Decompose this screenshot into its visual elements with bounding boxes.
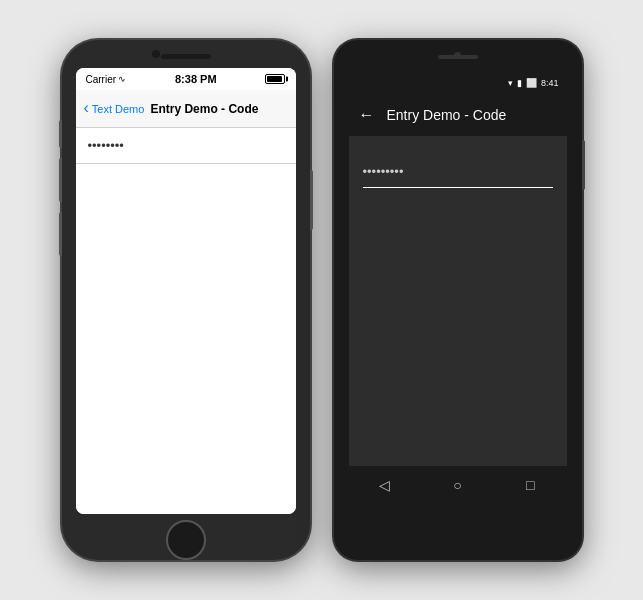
devices-container: Carrier ∿ 8:38 PM ‹ Text Demo Entry Demo… (42, 20, 602, 580)
android-signal-icon: ▮ (517, 78, 522, 88)
android-toolbar-title: Entry Demo - Code (387, 107, 507, 123)
ios-back-button[interactable]: ‹ Text Demo (84, 101, 145, 116)
android-recents-nav-icon: □ (526, 477, 534, 493)
ios-battery-container (265, 74, 285, 84)
android-phone: ▾ ▮ ⬜ 8:41 ← Entry Demo - Code ••••••••• (334, 40, 582, 560)
android-content: ••••••••• (349, 136, 567, 466)
ios-back-label: Text Demo (92, 103, 145, 115)
android-screen: ▾ ▮ ⬜ 8:41 ← Entry Demo - Code ••••••••• (349, 72, 567, 504)
ios-home-button[interactable] (166, 520, 206, 560)
ios-content: •••••••• (76, 128, 296, 514)
android-toolbar: ← Entry Demo - Code (349, 94, 567, 136)
android-back-nav-icon: ◁ (379, 477, 390, 493)
android-back-nav[interactable]: ◁ (374, 474, 396, 496)
android-home-nav[interactable]: ○ (446, 474, 468, 496)
ios-screen: Carrier ∿ 8:38 PM ‹ Text Demo Entry Demo… (76, 68, 296, 514)
android-status-right: ▾ ▮ ⬜ 8:41 (508, 78, 559, 88)
ios-battery-fill (267, 76, 281, 82)
ios-status-bar: Carrier ∿ 8:38 PM (76, 68, 296, 90)
android-speaker (438, 55, 478, 59)
ios-battery-icon (265, 74, 285, 84)
android-password-dots: ••••••••• (363, 164, 404, 179)
android-nav-bar: ◁ ○ □ (349, 466, 567, 504)
ios-wifi-icon: ∿ (118, 74, 126, 84)
android-back-button[interactable]: ← (359, 107, 375, 123)
ios-carrier: Carrier ∿ (86, 74, 127, 85)
ios-password-dots: •••••••• (88, 138, 124, 153)
ios-password-field[interactable]: •••••••• (76, 128, 296, 164)
ios-nav-bar: ‹ Text Demo Entry Demo - Code (76, 90, 296, 128)
android-battery-icon: ⬜ (526, 78, 537, 88)
ios-phone: Carrier ∿ 8:38 PM ‹ Text Demo Entry Demo… (62, 40, 310, 560)
ios-nav-title: Entry Demo - Code (150, 102, 258, 116)
android-recents-nav[interactable]: □ (519, 474, 541, 496)
android-home-nav-icon: ○ (453, 477, 461, 493)
android-wifi-icon: ▾ (508, 78, 513, 88)
ios-mute-button (59, 120, 62, 148)
ios-volume-down (59, 212, 62, 256)
android-status-bar: ▾ ▮ ⬜ 8:41 (349, 72, 567, 94)
ios-volume-up (59, 158, 62, 202)
android-power-button (582, 140, 585, 190)
ios-speaker (161, 54, 211, 59)
ios-carrier-text: Carrier (86, 74, 117, 85)
ios-time: 8:38 PM (175, 73, 217, 85)
ios-camera (152, 50, 160, 58)
android-time: 8:41 (541, 78, 559, 88)
ios-chevron-icon: ‹ (84, 100, 89, 116)
android-password-field[interactable]: ••••••••• (363, 156, 553, 188)
ios-power-button (310, 170, 313, 230)
